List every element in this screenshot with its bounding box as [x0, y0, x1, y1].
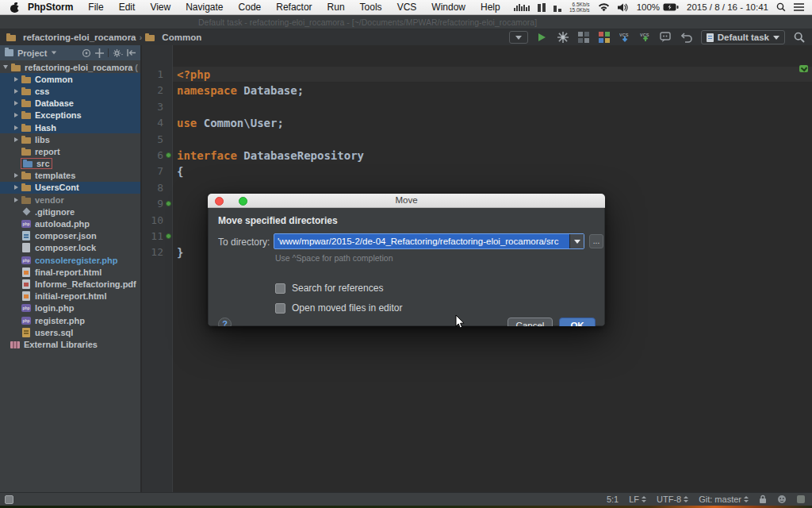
- checkbox-icon[interactable]: [275, 303, 285, 314]
- network-speed[interactable]: 6.5Kb/s 15.0Kb/s: [569, 2, 590, 13]
- tree-item-css[interactable]: css: [0, 85, 140, 97]
- editor-gutter[interactable]: 123456789101112: [142, 45, 173, 492]
- vcs-update-button[interactable]: VCS: [619, 31, 631, 44]
- inspection-ok-indicator[interactable]: [799, 65, 808, 72]
- run-button[interactable]: [536, 31, 549, 44]
- search-everywhere-button[interactable]: [793, 31, 806, 44]
- gutter-line-12[interactable]: 12: [142, 244, 173, 260]
- tree-item-common[interactable]: Common: [0, 73, 140, 85]
- gutter-line-9[interactable]: 9: [142, 196, 173, 212]
- tree-item-composer-lock[interactable]: composer.lock: [0, 242, 140, 254]
- tree-item-final-report-html[interactable]: final-report.html: [0, 266, 140, 278]
- menu-code[interactable]: Code: [239, 2, 262, 13]
- tree-item-external-libraries[interactable]: External Libraries: [0, 338, 140, 350]
- menu-navigate[interactable]: Navigate: [186, 2, 223, 13]
- gutter-line-1[interactable]: 1: [142, 67, 173, 83]
- gutter-line-2[interactable]: 2: [142, 83, 173, 98]
- battery-indicator[interactable]: 100%: [637, 2, 679, 12]
- spotlight-icon[interactable]: [776, 2, 786, 12]
- tree-item-consoleregister-php[interactable]: consoleregister.php: [0, 254, 140, 266]
- search-for-references-checkbox[interactable]: Search for references: [275, 283, 383, 294]
- menu-file[interactable]: File: [88, 2, 103, 13]
- tree-item-login-php[interactable]: login.php: [0, 302, 140, 314]
- coverage-button[interactable]: [577, 31, 590, 44]
- tree-item-libs[interactable]: libs: [0, 133, 140, 145]
- tree-item-gitignore[interactable]: .gitignore: [0, 206, 140, 217]
- gutter-line-10[interactable]: 10: [142, 213, 173, 229]
- hector-inspector-icon[interactable]: [777, 495, 787, 504]
- gutter-line-6[interactable]: 6: [142, 148, 173, 164]
- gutter-line-4[interactable]: 4: [142, 115, 173, 131]
- open-moved-files-checkbox[interactable]: Open moved files in editor: [275, 302, 402, 314]
- tree-item-src[interactable]: src: [0, 158, 140, 170]
- menu-tools[interactable]: Tools: [360, 2, 382, 13]
- volume-icon[interactable]: [618, 3, 629, 12]
- gutter-line-3[interactable]: 3: [142, 99, 173, 115]
- collapsed-arrow-icon[interactable]: [14, 137, 18, 142]
- code-line-4[interactable]: use Common\User;: [177, 115, 284, 131]
- to-directory-value[interactable]: 'www/mpwar/2015-2/de-04_Refactoring/refa…: [274, 237, 569, 246]
- hide-panel-icon[interactable]: [127, 48, 136, 57]
- code-line-12[interactable]: }: [177, 244, 183, 260]
- menu-run[interactable]: Run: [327, 2, 345, 13]
- disk-meter-icon[interactable]: [553, 3, 561, 12]
- menu-refactor[interactable]: Refactor: [276, 2, 312, 13]
- menu-view[interactable]: View: [150, 2, 170, 13]
- browse-button[interactable]: ...: [589, 234, 603, 248]
- status-widget-5-1[interactable]: 5:1: [607, 495, 619, 504]
- help-button[interactable]: ?: [218, 318, 232, 326]
- gear-icon[interactable]: [113, 48, 123, 58]
- collapse-all-icon[interactable]: [95, 48, 104, 58]
- run-config-dropdown-button[interactable]: [509, 31, 528, 44]
- tree-item-autoload-php[interactable]: autoload.php: [0, 217, 140, 229]
- window-title-bar[interactable]: Default task - refactoring-eloi_rocamora…: [0, 15, 812, 29]
- lock-icon[interactable]: [759, 495, 767, 504]
- tree-item-users-sql[interactable]: users.sql: [0, 326, 140, 338]
- wifi-icon[interactable]: [598, 3, 610, 12]
- combobox-dropdown-button[interactable]: [569, 234, 584, 248]
- tree-item-exceptions[interactable]: Exceptions: [0, 110, 140, 121]
- tree-item-templates[interactable]: templates: [0, 170, 140, 182]
- cpu-history-icon[interactable]: [514, 3, 530, 11]
- toolwindow-toggle-button[interactable]: [5, 495, 13, 504]
- menu-help[interactable]: Help: [481, 2, 500, 13]
- tree-item-userscont[interactable]: UsersCont: [0, 182, 140, 194]
- collapsed-arrow-icon[interactable]: [14, 173, 18, 178]
- vcs-commit-button[interactable]: VCS: [639, 31, 652, 44]
- gutter-line-8[interactable]: 8: [142, 180, 173, 196]
- tree-item-database[interactable]: Database: [0, 98, 140, 110]
- collapsed-arrow-icon[interactable]: [14, 89, 18, 94]
- status-widget-git-master[interactable]: Git: master: [699, 495, 749, 504]
- code-line-1[interactable]: <?php: [177, 67, 210, 83]
- tree-item-report[interactable]: report: [0, 145, 140, 157]
- collapsed-arrow-icon[interactable]: [14, 101, 18, 106]
- tree-item-register-php[interactable]: register.php: [0, 314, 140, 326]
- gutter-line-11[interactable]: 11: [142, 229, 173, 244]
- tree-item-refactoring-eloi-rocamora[interactable]: refactoring-eloi_rocamora(: [0, 61, 140, 73]
- code-line-2[interactable]: namespace Database;: [177, 83, 304, 98]
- notification-center-icon[interactable]: [794, 3, 804, 11]
- menu-bar-clock[interactable]: 2015 / 8 / 16 - 10:41: [687, 2, 768, 12]
- menu-phpstorm[interactable]: PhpStorm: [28, 2, 73, 13]
- to-directory-combobox[interactable]: 'www/mpwar/2015-2/de-04_Refactoring/refa…: [274, 233, 584, 249]
- menu-window[interactable]: Window: [431, 2, 465, 13]
- implemented-marker-icon[interactable]: [166, 233, 171, 239]
- code-line-7[interactable]: {: [177, 164, 183, 179]
- gutter-line-7[interactable]: 7: [142, 164, 173, 179]
- tree-item-informe-refactoring-pdf[interactable]: Informe_Refactoring.pdf: [0, 278, 140, 290]
- collapsed-arrow-icon[interactable]: [14, 185, 18, 190]
- notification-widget-icon[interactable]: [797, 495, 805, 503]
- status-widget-lf[interactable]: LF: [629, 495, 646, 504]
- code-line-6[interactable]: interface DatabaseRepository: [177, 148, 364, 164]
- tree-item-vendor[interactable]: vendor: [0, 194, 140, 206]
- tree-item-composer-json[interactable]: composer.json: [0, 230, 140, 242]
- cancel-button[interactable]: Cancel: [508, 318, 553, 326]
- dialog-title-bar[interactable]: Move: [208, 194, 605, 208]
- checkbox-icon[interactable]: [275, 283, 285, 294]
- vcs-changes-button[interactable]: [660, 31, 672, 44]
- menu-edit[interactable]: Edit: [119, 2, 136, 13]
- collapsed-arrow-icon[interactable]: [14, 77, 18, 82]
- expanded-arrow-icon[interactable]: [3, 65, 8, 69]
- status-widget-utf-8[interactable]: UTF-8: [657, 495, 688, 504]
- collapsed-arrow-icon[interactable]: [14, 113, 18, 117]
